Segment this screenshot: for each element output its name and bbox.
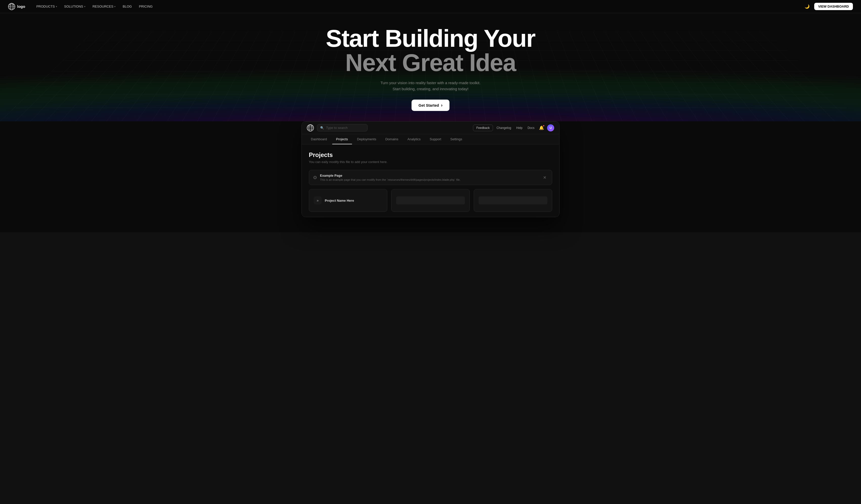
top-nav: logo PRODUCTS ▾ SOLUTIONS ▾ RESOURCES ▾ …	[0, 0, 861, 13]
nav-item-blog[interactable]: BLOG	[120, 3, 135, 10]
nav-item-products[interactable]: PRODUCTS ▾	[33, 3, 60, 10]
tab-settings[interactable]: Settings	[446, 134, 466, 144]
project-cards-grid: » Project Name Here	[309, 189, 552, 212]
nav-links: PRODUCTS ▾ SOLUTIONS ▾ RESOURCES ▾ BLOG …	[33, 3, 795, 10]
svg-point-13	[308, 125, 309, 126]
tab-domains[interactable]: Domains	[381, 134, 402, 144]
notice-title: Example Page	[320, 174, 538, 178]
project-card-title: Project Name Here	[325, 199, 354, 202]
docs-link[interactable]: Docs	[526, 125, 536, 131]
tab-support[interactable]: Support	[426, 134, 446, 144]
hero-subtitle: Turn your vision into reality faster wit…	[370, 80, 491, 92]
logo-icon	[8, 3, 15, 10]
chevron-down-icon: ▾	[84, 5, 85, 8]
changelog-link[interactable]: Changelog	[495, 125, 513, 131]
notice-card: ⊙ Example Page This is an example page t…	[309, 170, 552, 185]
nav-right: 🌙 VIEW DASHBOARD	[803, 2, 853, 10]
chevron-down-icon: ▾	[114, 5, 115, 8]
project-card-placeholder	[479, 196, 547, 205]
dash-nav-actions: Feedback Changelog Help Docs 🔔 U	[473, 124, 554, 131]
notifications-button[interactable]: 🔔	[538, 124, 545, 131]
feedback-button[interactable]: Feedback	[473, 125, 493, 131]
nav-item-pricing[interactable]: PRICING	[136, 3, 155, 10]
notice-text: This is an example page that you can mod…	[320, 178, 538, 181]
page-title: Projects	[309, 151, 552, 158]
get-started-button[interactable]: Get Started ›	[411, 100, 450, 111]
hero-content: Start Building Your Next Great Idea Turn…	[321, 16, 540, 118]
tab-dashboard[interactable]: Dashboard	[307, 134, 331, 144]
dash-logo-icon	[307, 124, 314, 131]
hero-section: Start Building Your Next Great Idea Turn…	[0, 0, 861, 121]
nav-item-resources[interactable]: RESOURCES ▾	[90, 3, 119, 10]
dash-content: Projects You can eaily modify this file …	[302, 144, 559, 217]
tab-deployments[interactable]: Deployments	[353, 134, 380, 144]
notice-icon: ⊙	[313, 174, 317, 180]
nav-logo[interactable]: logo	[8, 3, 25, 10]
nav-item-solutions[interactable]: SOLUTIONS ▾	[61, 3, 88, 10]
project-card-placeholder	[396, 196, 465, 205]
notice-close-button[interactable]: ✕	[542, 174, 548, 181]
logo-label: logo	[17, 4, 25, 9]
svg-point-14	[310, 125, 311, 125]
avatar-button[interactable]: U	[547, 124, 554, 131]
project-card-1[interactable]: » Project Name Here	[309, 189, 387, 212]
page-subtitle: You can eaily modify this file to add yo…	[309, 160, 552, 164]
svg-point-5	[10, 4, 10, 4]
help-link[interactable]: Help	[515, 125, 524, 131]
svg-point-7	[13, 4, 14, 4]
dashboard-wrapper: 🔍 Feedback Changelog Help Docs 🔔 U	[0, 121, 861, 232]
project-card-3[interactable]	[474, 189, 552, 212]
hero-title: Start Building Your Next Great Idea	[326, 26, 535, 75]
view-dashboard-button[interactable]: VIEW DASHBOARD	[814, 3, 853, 10]
dash-tabs: Dashboard Projects Deployments Domains A…	[302, 134, 559, 144]
search-input[interactable]	[326, 126, 364, 130]
notification-badge	[543, 125, 545, 127]
svg-point-6	[11, 3, 12, 4]
project-card-2[interactable]	[391, 189, 470, 212]
tab-analytics[interactable]: Analytics	[404, 134, 425, 144]
dark-mode-toggle[interactable]: 🌙	[803, 2, 811, 10]
tab-projects[interactable]: Projects	[332, 134, 352, 144]
search-icon: 🔍	[320, 126, 324, 130]
notice-body: Example Page This is an example page tha…	[320, 174, 538, 181]
chevron-down-icon: ▾	[56, 5, 57, 8]
dash-search-box[interactable]: 🔍	[317, 124, 368, 131]
svg-point-15	[312, 125, 313, 126]
project-card-arrow-icon: »	[314, 196, 322, 205]
dashboard-card: 🔍 Feedback Changelog Help Docs 🔔 U	[301, 121, 560, 217]
dash-nav: 🔍 Feedback Changelog Help Docs 🔔 U	[302, 122, 559, 134]
